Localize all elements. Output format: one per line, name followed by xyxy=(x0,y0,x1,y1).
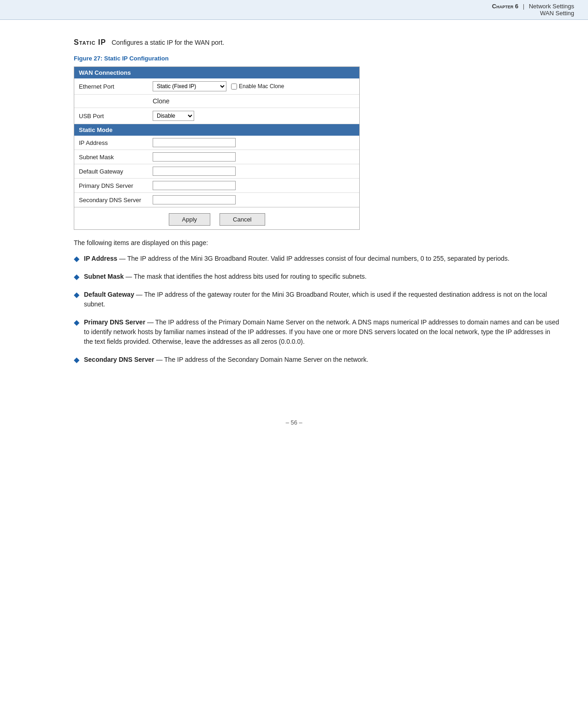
bullet-icon-4: ◆ xyxy=(74,318,79,327)
list-item: ◆ Primary DNS Server — The IP address of… xyxy=(74,318,560,347)
mac-clone-checkbox[interactable] xyxy=(231,84,237,90)
usb-port-control: Disable Enable xyxy=(153,111,194,121)
apply-button[interactable]: Apply xyxy=(169,213,211,226)
wan-connections-box: WAN Connections Ethernet Port Static (Fi… xyxy=(74,66,360,230)
button-row: Apply Cancel xyxy=(74,207,359,229)
body-primary-dns: — The IP address of the Primary Domain N… xyxy=(84,318,559,345)
nav-title: Network Settings xyxy=(529,3,574,10)
header-separator: | xyxy=(523,3,524,10)
ethernet-port-select[interactable]: Static (Fixed IP) DHCP PPPoE xyxy=(153,81,226,91)
term-primary-dns: Primary DNS Server xyxy=(84,318,145,326)
ip-address-input[interactable] xyxy=(153,138,236,147)
bullet-list: ◆ IP Address — The IP address of the Min… xyxy=(74,254,560,365)
bullet-icon-3: ◆ xyxy=(74,290,79,299)
page-footer: – 56 – xyxy=(0,419,588,435)
static-ip-label: Static IP xyxy=(74,38,106,47)
secondary-dns-input[interactable] xyxy=(153,195,236,204)
secondary-dns-label: Secondary DNS Server xyxy=(79,197,153,204)
wan-connections-header: WAN Connections xyxy=(74,67,359,78)
list-item: ◆ Subnet Mask — The mask that identifies… xyxy=(74,272,560,282)
primary-dns-input[interactable] xyxy=(153,181,236,190)
bullet-content-1: IP Address — The IP address of the Mini … xyxy=(84,254,510,264)
clone-text: Clone xyxy=(153,97,170,105)
mac-clone-label: Enable Mac Clone xyxy=(231,83,284,90)
term-secondary-dns: Secondary DNS Server xyxy=(84,356,154,363)
chapter-label: Chapter 6 xyxy=(492,3,518,10)
body-subnet-mask: — The mask that identifies the host addr… xyxy=(124,273,367,280)
body-default-gateway: — The IP address of the gateway router f… xyxy=(84,291,547,308)
list-item: ◆ Default Gateway — The IP address of th… xyxy=(74,290,560,309)
subnet-mask-row: Subnet Mask xyxy=(74,150,359,164)
bullet-content-5: Secondary DNS Server — The IP address of… xyxy=(84,355,368,365)
nav-subtitle: WAN Setting xyxy=(540,10,574,17)
primary-dns-label: Primary DNS Server xyxy=(79,182,153,189)
main-content: Static IP Configures a static IP for the… xyxy=(0,20,588,391)
bullet-content-3: Default Gateway — The IP address of the … xyxy=(84,290,560,309)
usb-port-row: USB Port Disable Enable xyxy=(74,108,359,124)
list-item: ◆ IP Address — The IP address of the Min… xyxy=(74,254,560,264)
figure-caption: Figure 27: Static IP Configuration xyxy=(74,55,560,62)
term-ip-address: IP Address xyxy=(84,255,117,262)
subnet-mask-label: Subnet Mask xyxy=(79,154,153,161)
cancel-button[interactable]: Cancel xyxy=(220,213,265,226)
term-subnet-mask: Subnet Mask xyxy=(84,273,124,280)
page-number: – 56 – xyxy=(285,419,302,426)
ip-address-label: IP Address xyxy=(79,139,153,146)
bullet-icon-5: ◆ xyxy=(74,355,79,364)
bullet-icon-1: ◆ xyxy=(74,254,79,263)
static-mode-header: Static Mode xyxy=(74,124,359,136)
static-ip-description: Configures a static IP for the WAN port. xyxy=(112,39,224,46)
default-gateway-label: Default Gateway xyxy=(79,168,153,175)
default-gateway-input[interactable] xyxy=(153,167,236,176)
subnet-mask-input[interactable] xyxy=(153,152,236,162)
ethernet-port-label: Ethernet Port xyxy=(79,83,153,90)
page-header: Chapter 6 | Network Settings WAN Setting xyxy=(0,0,588,20)
body-secondary-dns: — The IP address of the Secondary Domain… xyxy=(154,356,368,363)
term-default-gateway: Default Gateway xyxy=(84,291,134,298)
usb-port-select[interactable]: Disable Enable xyxy=(153,111,194,121)
usb-port-label: USB Port xyxy=(79,113,153,120)
bullet-content-4: Primary DNS Server — The IP address of t… xyxy=(84,318,560,347)
ip-address-row: IP Address xyxy=(74,136,359,150)
clone-row: Clone xyxy=(74,95,359,108)
description-intro: The following items are displayed on thi… xyxy=(74,239,560,246)
bullet-content-2: Subnet Mask — The mask that identifies t… xyxy=(84,272,367,282)
default-gateway-row: Default Gateway xyxy=(74,164,359,179)
static-ip-heading: Static IP Configures a static IP for the… xyxy=(74,38,560,47)
ethernet-port-control: Static (Fixed IP) DHCP PPPoE Enable Mac … xyxy=(153,81,284,91)
mac-clone-text: Enable Mac Clone xyxy=(239,83,284,90)
primary-dns-row: Primary DNS Server xyxy=(74,179,359,193)
secondary-dns-row: Secondary DNS Server xyxy=(74,193,359,207)
list-item: ◆ Secondary DNS Server — The IP address … xyxy=(74,355,560,365)
ethernet-port-row: Ethernet Port Static (Fixed IP) DHCP PPP… xyxy=(74,78,359,95)
bullet-icon-2: ◆ xyxy=(74,272,79,281)
body-ip-address: — The IP address of the Mini 3G Broadban… xyxy=(117,255,509,262)
